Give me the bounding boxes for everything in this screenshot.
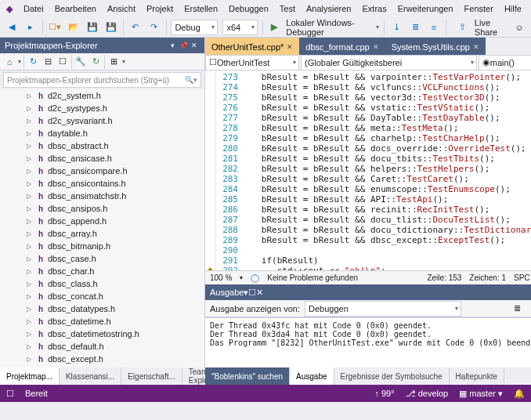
menu-test[interactable]: Test [280, 4, 295, 13]
liveshare-icon[interactable]: ⇪ [456, 20, 470, 35]
config-combo[interactable]: Debug [171, 20, 218, 35]
status-vcs[interactable]: ▦ master ▾ [459, 389, 503, 399]
tree-item[interactable]: ▷hdbsc_append.h [0, 215, 204, 227]
tree-item[interactable]: ▷hdbsc_ansimatchstr.h [0, 190, 204, 202]
feedback-icon[interactable]: ☺ [512, 20, 526, 35]
code-editor[interactable]: 2732742752762772782792802812822832842852… [205, 71, 531, 270]
panel-menu-icon[interactable]: ▾ [167, 42, 178, 49]
panel-close-icon[interactable]: ✕ [189, 42, 200, 49]
close-icon[interactable]: ✕ [473, 43, 479, 51]
liveshare-button[interactable]: Live Share [475, 18, 508, 37]
editor-tab[interactable]: dbsc_format.cpp✕ [299, 38, 385, 55]
tree-item[interactable]: ▷hdbsc_ansicompare.h [0, 165, 204, 177]
editor-tabs: OtherUnitTest.cpp*✕dbsc_format.cpp✕Syste… [205, 38, 531, 55]
tree-item[interactable]: ▷hd2c_systypes.h [0, 102, 204, 114]
step2-button[interactable]: ≣ [408, 20, 422, 35]
solution-search-input[interactable]: Projektmappen-Explorer durchsuchen (Strg… [3, 72, 201, 88]
open-button[interactable]: 📂 [67, 20, 81, 35]
start-debug-button[interactable]: ▶ [267, 20, 281, 35]
menu-extras[interactable]: Extras [362, 4, 386, 13]
tree-item[interactable]: ▷hdbsc_default.h [0, 340, 204, 353]
panel-tab[interactable]: Klassenansi... [60, 368, 121, 385]
platform-combo[interactable]: x64 [222, 20, 257, 35]
close-icon[interactable]: ✕ [287, 43, 293, 51]
editor-tab[interactable]: System.SysUtils.cpp✕ [385, 38, 486, 55]
panel-tab[interactable]: Eigenschaft... [121, 368, 182, 385]
tree-item[interactable]: ▷hdbsc_char.h [0, 265, 204, 277]
tree-item[interactable]: ▷hdbsc_class.h [0, 277, 204, 290]
undo-button[interactable]: ↶ [128, 20, 143, 35]
panel-pin-icon[interactable]: 📌 [178, 42, 189, 49]
nav-back-button[interactable]: ◀ [5, 20, 19, 35]
save-button[interactable]: 💾 [85, 20, 99, 35]
header-file-icon: h [36, 129, 45, 138]
solution-tree[interactable]: ▷hd2c_system.h▷hd2c_systypes.h▷hd2c_sysv… [0, 89, 204, 368]
tree-item[interactable]: ▷hdbsc_ansipos.h [0, 202, 204, 215]
tree-item[interactable]: ▷hdbsc_concat.h [0, 290, 204, 302]
solution-explorer-toolbar: ⌂ ▾ ↻ ⊟ ☐ 🔧 ↻ ⊞ ▾ [0, 53, 204, 71]
nav-fwd-button[interactable]: ▸ [23, 20, 38, 35]
output-clear-icon[interactable]: ≣ [511, 302, 524, 315]
tree-item[interactable]: ▷hdbsc_array.h [0, 227, 204, 240]
tree-item[interactable]: ▷hdaytable.h [0, 127, 204, 139]
sync-icon[interactable]: ↻ [27, 56, 39, 68]
tree-item[interactable]: ▷hdbsc_bitmanip.h [0, 240, 204, 252]
menu-fenster[interactable]: Fenster [464, 4, 493, 13]
filter-icon[interactable]: ⊞ [107, 56, 120, 68]
step-button[interactable]: ⤓ [389, 20, 403, 35]
nav-member-combo[interactable]: ◉ main() [479, 55, 531, 71]
output-close-icon[interactable]: ✕ [256, 288, 263, 298]
tree-item[interactable]: ▷hdbsc_ansicontains.h [0, 177, 204, 190]
menu-projekt[interactable]: Projekt [146, 4, 173, 13]
notifications-icon[interactable]: 🔔 [514, 389, 525, 399]
menu-bar: ◈ Datei Bearbeiten Ansicht Projekt Erste… [0, 0, 531, 17]
close-icon[interactable]: ✕ [373, 43, 379, 51]
menu-erstellen[interactable]: Erstellen [184, 4, 218, 13]
tool-tab[interactable]: "Boblenkins" suchen [205, 368, 290, 385]
nav-project-combo[interactable]: ☐ OtherUnitTest [205, 55, 299, 71]
tree-item[interactable]: ▷hd2c_system.h [0, 89, 204, 102]
properties-icon[interactable]: 🔧 [74, 56, 87, 68]
home-icon[interactable]: ⌂ [3, 56, 16, 68]
output-text[interactable]: Der Thread 0x43fc hat mit Code 0 (0x0) g… [205, 317, 531, 368]
header-file-icon: h [36, 116, 45, 125]
save-all-button[interactable]: 💾 [104, 20, 118, 35]
status-ready: Bereit [25, 389, 48, 398]
tree-item[interactable]: ▷hdbsc_ansicase.h [0, 152, 204, 165]
tool-tab[interactable]: Ergebnisse der Symbolsuche [334, 368, 450, 385]
tree-item[interactable]: ▷hd2c_sysvariant.h [0, 114, 204, 127]
menu-datei[interactable]: Datei [23, 4, 44, 13]
new-button[interactable]: ☐▾ [48, 20, 62, 35]
nav-scope-combo[interactable]: (Globaler Gültigkeitsberei [301, 55, 477, 71]
status-branch[interactable]: ⎇ develop [406, 389, 449, 399]
output-source-combo[interactable]: Debuggen [305, 301, 461, 317]
step3-button[interactable]: ≡ [427, 20, 441, 35]
show-all-icon[interactable]: ☐ [56, 56, 69, 68]
collapse-icon[interactable]: ⊟ [42, 56, 54, 68]
header-file-icon: h [36, 241, 45, 251]
tree-item[interactable]: ▷hdbsc_datetimetostring.h [0, 328, 204, 340]
header-file-icon: h [36, 216, 45, 226]
panel-tab[interactable]: Projektmap... [0, 368, 60, 385]
menu-bearbeiten[interactable]: Bearbeiten [55, 4, 96, 13]
menu-hilfe[interactable]: Hilfe [504, 4, 522, 13]
status-bar: ☐ Bereit ↑ 99° ⎇ develop ▦ master ▾ 🔔 [0, 385, 531, 402]
editor-tab[interactable]: OtherUnitTest.cpp*✕ [205, 38, 299, 55]
tree-item[interactable]: ▷hdbsc_datetime.h [0, 315, 204, 328]
tree-item[interactable]: ▷hdbsc_abstract.h [0, 139, 204, 152]
refresh-icon[interactable]: ↻ [89, 56, 102, 68]
tool-tab[interactable]: Haltepunkte [450, 368, 504, 385]
menu-debuggen[interactable]: Debuggen [229, 4, 269, 13]
menu-analysieren[interactable]: Analysieren [306, 4, 351, 13]
output-toolbar: Ausgabe anzeigen von: Debuggen ≣ ≡ ☒ [205, 300, 531, 317]
menu-erweiterungen[interactable]: Erweiterungen [398, 4, 453, 13]
tree-item[interactable]: ▷hdbsc_except.h [0, 353, 204, 365]
menu-ansicht[interactable]: Ansicht [107, 4, 135, 13]
output-pin-icon[interactable]: ☐ [248, 288, 256, 298]
status-temp[interactable]: ↑ 99° [374, 389, 394, 398]
redo-button[interactable]: ↷ [147, 20, 161, 35]
tool-tab[interactable]: Ausgabe [290, 368, 334, 385]
tree-item[interactable]: ▷hdbsc_case.h [0, 252, 204, 265]
debugger-label[interactable]: Lokaler Windows-Debugger [286, 18, 371, 37]
tree-item[interactable]: ▷hdbsc_datatypes.h [0, 302, 204, 315]
